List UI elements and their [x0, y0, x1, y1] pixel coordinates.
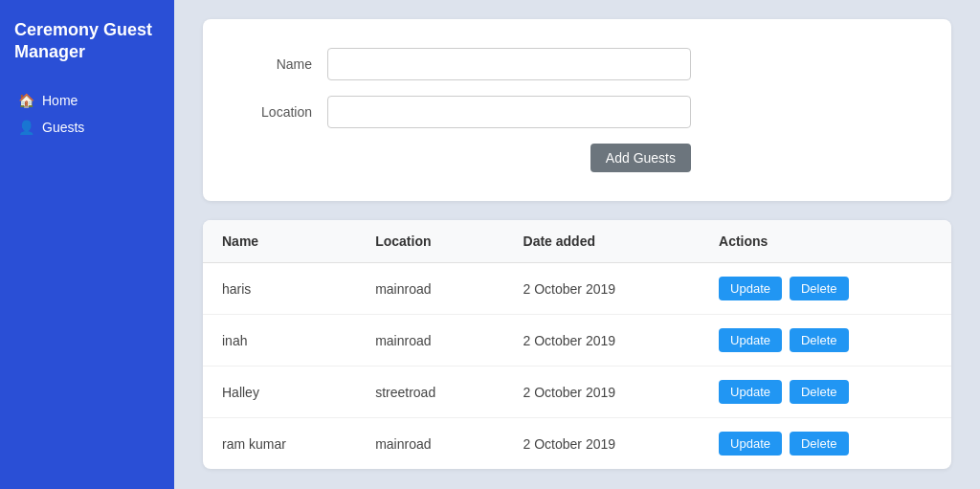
cell-location: mainroad: [356, 315, 503, 367]
cell-date: 2 October 2019: [504, 367, 701, 418]
update-button[interactable]: Update: [719, 432, 782, 456]
sidebar-item-guests[interactable]: 👤 Guests: [14, 114, 160, 141]
guests-table: Name Location Date added Actions harisma…: [203, 220, 951, 469]
col-name: Name: [203, 220, 356, 263]
cell-actions: UpdateDelete: [700, 263, 951, 315]
location-label: Location: [241, 104, 327, 120]
table-row: ram kumarmainroad2 October 2019UpdateDel…: [203, 418, 951, 470]
cell-actions: UpdateDelete: [700, 367, 951, 418]
home-icon: 🏠: [18, 93, 34, 108]
actions-cell: UpdateDelete: [719, 277, 932, 300]
update-button[interactable]: Update: [719, 380, 782, 404]
table-body: harismainroad2 October 2019UpdateDeletei…: [203, 263, 951, 470]
sidebar: Ceremony Guest Manager 🏠 Home 👤 Guests: [0, 0, 174, 489]
cell-date: 2 October 2019: [504, 263, 701, 315]
actions-cell: UpdateDelete: [719, 380, 932, 404]
table-row: inahmainroad2 October 2019UpdateDelete: [203, 315, 951, 367]
cell-location: streetroad: [356, 367, 503, 418]
col-location: Location: [356, 220, 503, 263]
sidebar-item-guests-label: Guests: [42, 120, 84, 135]
guests-table-card: Name Location Date added Actions harisma…: [203, 220, 951, 469]
actions-cell: UpdateDelete: [719, 432, 932, 456]
location-input[interactable]: [327, 96, 691, 128]
cell-date: 2 October 2019: [504, 315, 701, 367]
app-title: Ceremony Guest Manager: [14, 19, 160, 64]
table-row: Halleystreetroad2 October 2019UpdateDele…: [203, 367, 951, 418]
delete-button[interactable]: Delete: [790, 328, 849, 352]
table-row: harismainroad2 October 2019UpdateDelete: [203, 263, 951, 315]
cell-location: mainroad: [356, 263, 503, 315]
actions-cell: UpdateDelete: [719, 328, 932, 352]
name-input[interactable]: [327, 48, 691, 80]
sidebar-item-home-label: Home: [42, 93, 78, 108]
cell-name: Halley: [203, 367, 356, 418]
cell-name: ram kumar: [203, 418, 356, 470]
cell-actions: UpdateDelete: [700, 418, 951, 470]
name-row: Name: [241, 48, 913, 80]
main-content: Name Location Add Guests Name Location D…: [174, 0, 980, 489]
col-date: Date added: [504, 220, 701, 263]
update-button[interactable]: Update: [719, 277, 782, 300]
sidebar-nav: 🏠 Home 👤 Guests: [14, 87, 160, 141]
cell-name: inah: [203, 315, 356, 367]
sidebar-item-home[interactable]: 🏠 Home: [14, 87, 160, 114]
cell-name: haris: [203, 263, 356, 315]
add-guests-button[interactable]: Add Guests: [590, 144, 691, 172]
table-header: Name Location Date added Actions: [203, 220, 951, 263]
delete-button[interactable]: Delete: [790, 277, 849, 300]
delete-button[interactable]: Delete: [790, 380, 849, 404]
guests-icon: 👤: [18, 120, 34, 135]
name-label: Name: [241, 56, 327, 72]
cell-actions: UpdateDelete: [700, 315, 951, 367]
table-header-row: Name Location Date added Actions: [203, 220, 951, 263]
col-actions: Actions: [700, 220, 951, 263]
cell-location: mainroad: [356, 418, 503, 470]
location-row: Location: [241, 96, 913, 128]
add-guest-form-card: Name Location Add Guests: [203, 19, 951, 201]
cell-date: 2 October 2019: [504, 418, 701, 470]
delete-button[interactable]: Delete: [790, 432, 849, 456]
update-button[interactable]: Update: [719, 328, 782, 352]
form-actions: Add Guests: [241, 144, 691, 172]
